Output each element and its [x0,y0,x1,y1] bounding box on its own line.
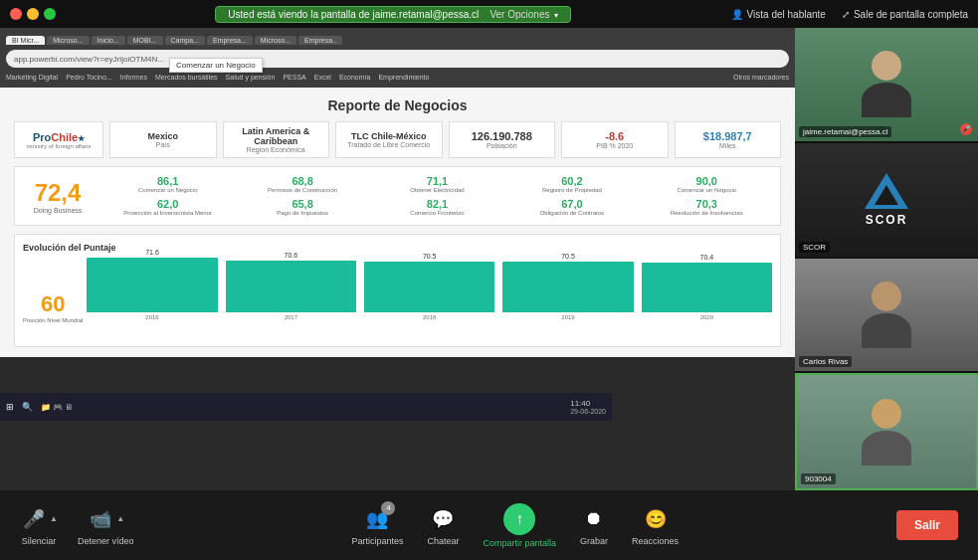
top-bar-actions: 👤 Vista del hablante ⤢ Sale de pantalla … [731,9,968,20]
bookmark-pessa[interactable]: PESSA [283,74,305,81]
mute-button[interactable]: 🎤 ▲ Silenciar [20,505,58,546]
db-item-value-7: 65,8 [292,198,312,210]
bookmark-otros[interactable]: Otros marcadores [733,74,789,81]
chevron-down-icon: ▾ [554,11,558,20]
mute-label: Silenciar [22,536,57,546]
browser-tabs: BI Micr... Microso... Inicio... MOBI... … [6,32,789,48]
toolbar-center: 👥 4 Participantes 💬 Chatear ↑ Compartir … [351,503,679,548]
ver-opciones-button[interactable]: Ver Opciones [489,9,549,20]
mute-icon-group: 🎤 ▲ [20,505,58,533]
bar-year-2020: 2020 [700,314,713,320]
bar-2020: 70.4 2020 [642,254,772,320]
browser-tab-6[interactable]: Empresa... [207,36,253,45]
fullscreen-button[interactable]: ⤢ Sale de pantalla completa [842,9,968,20]
bookmark-mercados[interactable]: Mercados bursátiles [155,74,218,81]
close-button[interactable] [10,8,22,20]
db-item-9: 67,0 Obligación de Contratos [506,198,637,217]
db-item-5: 90,0 Comenzar un Negocio [642,175,772,194]
participants-icon: 👥 4 [363,505,391,533]
participant-name-903004: 903004 [801,473,836,484]
bookmark-marketing[interactable]: Marketing Digital [6,74,58,81]
db-item-4: 60,2 Registro de Propiedad [506,175,637,194]
browser-tab-5[interactable]: Campa... [165,36,205,45]
db-item-3: 71,1 Obtener Electricidad [372,175,502,194]
share-screen-button[interactable]: ↑ Compartir pantalla [483,503,556,548]
taskbar-start[interactable]: ⊞ [6,402,14,412]
browser-tab-3[interactable]: Inicio... [92,36,125,45]
db-item-6: 62,0 Protección al Inversionista Menor [102,198,233,217]
bookmark-pedro[interactable]: Pedro Tocino... [66,74,112,81]
vista-hablante-button[interactable]: 👤 Vista del hablante [731,9,826,20]
db-item-value-6: 62,0 [157,198,178,210]
browser-tab-active[interactable]: BI Micr... [6,36,45,45]
bar-rect-2017 [226,261,356,312]
db-score-label: Doing Business [34,207,83,214]
scor-name-text: SCOR [803,243,826,252]
population-subtitle: Población [458,142,547,149]
window-controls[interactable] [10,8,56,20]
record-button[interactable]: ⏺ Grabar [580,505,608,546]
latam-card: Latin America & Caribbean Region Económi… [223,121,330,158]
stop-video-button[interactable]: 📹 ▲ Detener vídeo [78,505,134,546]
leave-button[interactable]: Salir [896,510,958,540]
db-item-value-2: 68,8 [292,175,312,187]
p4-head [872,399,901,429]
bookmark-informes[interactable]: Informes [120,74,147,81]
mute-caret-icon[interactable]: ▲ [50,514,58,523]
taskbar-search[interactable]: 🔍 [22,402,33,412]
bookmark-emprendimiento[interactable]: Emprendimiento [378,74,429,81]
reactions-label: Reacciones [632,536,679,546]
mexico-subtitle: País [118,141,208,148]
bookmark-excel[interactable]: Excel [314,74,331,81]
db-grid: 86,1 Comenzar un Negocio 68,8 Permisos d… [102,175,772,217]
gdp-card: $18.987,7 Miles [675,121,782,158]
stop-video-label: Detener vídeo [78,536,134,546]
maximize-button[interactable] [44,8,56,20]
participants-badge: 4 [381,501,395,515]
muted-icon-jaime: 🎤 [960,123,972,135]
bottom-toolbar: 🎤 ▲ Silenciar 📹 ▲ Detener vídeo 👥 4 Part… [0,490,978,560]
mexico-title: Mexico [118,131,208,141]
bar-value-2016: 71.6 [145,249,159,256]
db-item-value-5: 90,0 [696,175,717,187]
browser-tab-2[interactable]: Microso... [47,36,89,45]
bar-2017: 70.6 2017 [226,252,356,320]
db-item-label-7: Pago de Impuestos [277,210,328,217]
browser-tab-4[interactable]: MOBI... [127,36,163,45]
vista-hablante-label: Vista del hablante [747,9,826,20]
db-item-label-8: Comercio Fronterizo [410,210,464,217]
tooltip-text: Comenzar un Negocio [176,61,256,70]
jaime-bg [795,28,978,141]
browser-tab-8[interactable]: Empresa.. [298,36,342,45]
db-item-value-4: 60,2 [561,175,582,187]
carlos-bg [795,259,978,372]
bar-year-2018: 2018 [423,314,436,320]
db-item-value-10: 70,3 [696,198,717,210]
bars-container: 71.6 2016 70.6 2017 70.5 2018 [87,259,772,338]
pib-card: -8.6 PIB % 2020 [561,121,669,158]
db-item-label-5: Comenzar un Negocio [677,187,736,194]
dashboard: Reporte de Negocios ProChile★ ministry o… [0,88,795,357]
bar-year-2017: 2017 [285,314,297,320]
browser-address-bar[interactable]: app.powerbi.com/view?r=eyJrIjoiOTM4N... [6,50,789,68]
video-caret-icon[interactable]: ▲ [116,514,124,523]
minimize-button[interactable] [27,8,39,20]
bookmark-jobs[interactable]: Salud y pensión [226,74,276,81]
bookmark-economia[interactable]: Economía [339,74,371,81]
participants-button[interactable]: 👥 4 Participantes [351,505,403,546]
db-item-10: 70,3 Resolución de Insolvencias [642,198,772,217]
bar-value-2019: 70.5 [561,253,575,260]
doing-business-section: 72,4 Doing Business 86,1 Comenzar un Neg… [14,166,781,226]
bar-2018: 70.5 2018 [364,253,494,320]
participant-name-carlos: Carlos Rivas [799,356,852,367]
main-content: BI Micr... Microso... Inicio... MOBI... … [0,28,978,490]
scor-text: SCOR [866,213,908,227]
bar-rect-2020 [642,263,772,312]
reactions-button[interactable]: 😊 Reacciones [632,505,679,546]
chat-button[interactable]: 💬 Chatear [427,505,459,546]
db-item-value-9: 67,0 [561,198,582,210]
header-cards: ProChile★ ministry of foreign affairs Me… [14,121,781,158]
browser-tab-7[interactable]: Microso... [255,36,296,45]
bar-rect-2018 [364,262,494,312]
pib-subtitle: PIB % 2020 [570,142,660,149]
